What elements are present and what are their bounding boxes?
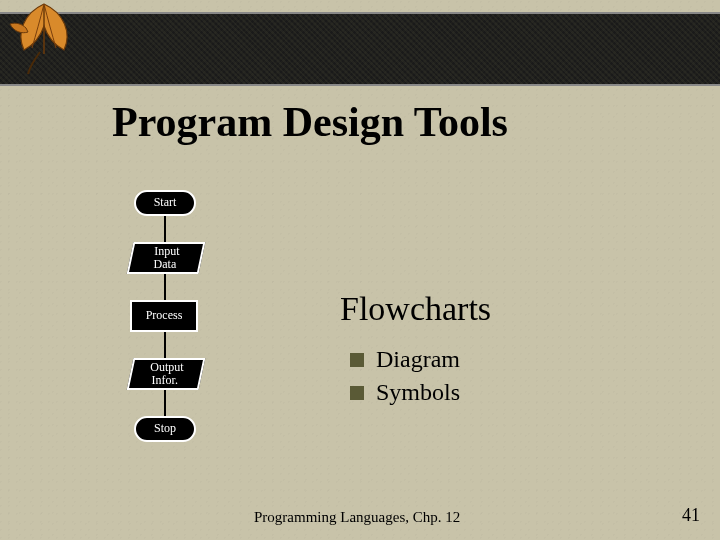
page-number: 41 bbox=[682, 505, 700, 526]
flowchart-connector bbox=[164, 214, 166, 242]
bullet-icon bbox=[350, 386, 364, 400]
list-item: Symbols bbox=[350, 379, 491, 406]
node-label: Process bbox=[146, 309, 183, 322]
page-title: Program Design Tools bbox=[112, 98, 508, 146]
flowchart-node-start: Start bbox=[134, 190, 196, 216]
node-label: Data bbox=[153, 258, 176, 271]
flowchart-node-process: Process bbox=[130, 300, 198, 332]
bullet-text: Symbols bbox=[376, 379, 460, 406]
subtitle: Flowcharts bbox=[340, 290, 491, 328]
node-label: Stop bbox=[154, 422, 176, 435]
node-label: Start bbox=[154, 196, 177, 209]
footer-text: Programming Languages, Chp. 12 bbox=[254, 509, 460, 526]
flowchart-connector bbox=[164, 330, 166, 358]
flowchart-diagram: Start Input Data Process Output Infor. S… bbox=[130, 190, 210, 468]
flowchart-node-output: Output Infor. bbox=[127, 358, 206, 390]
list-item: Diagram bbox=[350, 346, 491, 373]
header-bar bbox=[0, 12, 720, 86]
flowchart-connector bbox=[164, 272, 166, 300]
flowchart-connector bbox=[164, 388, 166, 416]
node-label: Infor. bbox=[151, 374, 177, 387]
leaf-icon bbox=[4, 0, 84, 82]
flowchart-node-input: Input Data bbox=[127, 242, 206, 274]
bullet-list: Diagram Symbols bbox=[340, 346, 491, 406]
bullet-icon bbox=[350, 353, 364, 367]
bullet-text: Diagram bbox=[376, 346, 460, 373]
content-area: Flowcharts Diagram Symbols bbox=[340, 290, 491, 412]
flowchart-node-stop: Stop bbox=[134, 416, 196, 442]
